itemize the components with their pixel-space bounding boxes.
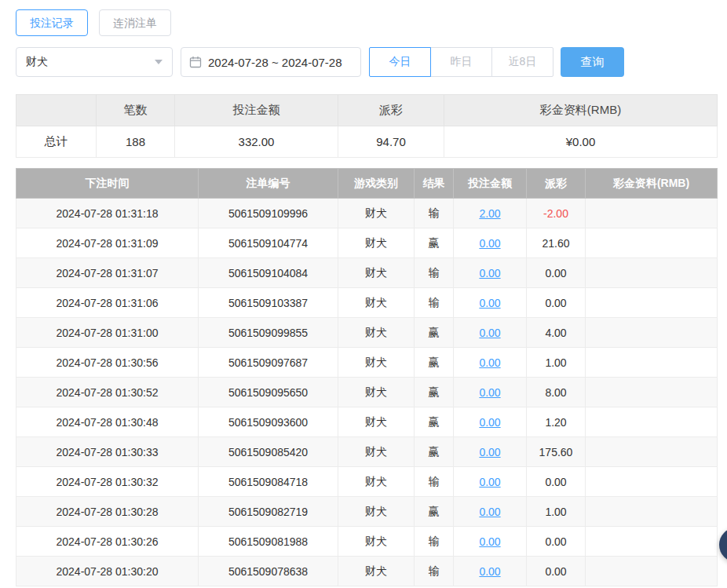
payout-value: 8.00 (545, 386, 566, 399)
bet-amount-cell: 0.00 (454, 228, 527, 258)
bet-amount-cell: 0.00 (454, 318, 527, 348)
table-row: 2024-07-28 01:31:18 5061509109996 财犬 输 2… (16, 199, 718, 228)
game-type-cell: 财犬 (338, 348, 415, 378)
result-cell: 输 (415, 258, 454, 288)
payout-value: 175.60 (539, 446, 573, 458)
payout-cell: 1.00 (527, 348, 586, 378)
bet-time-cell: 2024-07-28 01:30:20 (16, 557, 199, 586)
bet-table-header-row: 下注时间 注单编号 游戏类别 结果 投注金额 派彩 彩金资料(RMB) (16, 169, 718, 199)
yesterday-button[interactable]: 昨日 (430, 47, 492, 77)
bet-time-cell: 2024-07-28 01:30:56 (16, 348, 199, 378)
order-id-cell: 5061509103387 (199, 288, 338, 318)
bonus-cell (586, 288, 718, 318)
table-row: 2024-07-28 01:30:48 5061509093600 财犬 赢 0… (16, 407, 718, 437)
tab-bet-records[interactable]: 投注记录 (16, 9, 88, 36)
bet-time-cell: 2024-07-28 01:31:09 (16, 228, 199, 258)
bet-amount-link[interactable]: 0.00 (479, 386, 500, 399)
bet-amount-cell: 0.00 (454, 348, 527, 378)
header-payout: 派彩 (527, 169, 586, 199)
table-row: 2024-07-28 01:30:52 5061509095650 财犬 赢 0… (16, 378, 718, 407)
game-type-cell: 财犬 (338, 318, 415, 348)
header-game-type: 游戏类别 (338, 169, 415, 199)
bet-amount-link[interactable]: 0.00 (479, 535, 500, 548)
bonus-cell (586, 258, 718, 288)
bet-time-cell: 2024-07-28 01:30:28 (16, 497, 199, 527)
bet-amount-link[interactable]: 0.00 (479, 416, 500, 429)
header-bet-time: 下注时间 (16, 169, 199, 199)
payout-value: 1.20 (545, 416, 566, 429)
payout-value: 4.00 (545, 327, 566, 339)
bet-amount-link[interactable]: 0.00 (479, 356, 500, 369)
result-cell: 赢 (415, 348, 454, 378)
today-button[interactable]: 今日 (369, 47, 431, 77)
payout-cell: 0.00 (527, 527, 586, 557)
date-range-input[interactable]: 2024-07-28 ~ 2024-07-28 (181, 47, 361, 77)
bet-time-cell: 2024-07-28 01:30:48 (16, 407, 199, 437)
game-select[interactable]: 财犬 (16, 47, 173, 77)
result-cell: 赢 (415, 318, 454, 348)
bet-time-cell: 2024-07-28 01:30:32 (16, 467, 199, 497)
result-cell: 输 (415, 288, 454, 318)
summary-total-bet-amount: 332.00 (175, 126, 338, 158)
bet-time-cell: 2024-07-28 01:30:33 (16, 437, 199, 467)
summary-header-empty (16, 95, 97, 126)
bet-records-table: 下注时间 注单编号 游戏类别 结果 投注金额 派彩 彩金资料(RMB) 2024… (16, 168, 718, 586)
bet-amount-link[interactable]: 0.00 (479, 237, 500, 250)
bet-amount-link[interactable]: 2.00 (479, 207, 500, 220)
payout-value: 21.60 (542, 237, 569, 250)
bet-amount-link[interactable]: 0.00 (479, 476, 500, 488)
result-cell: 输 (415, 557, 454, 586)
order-id-cell: 5061509104084 (199, 258, 338, 288)
order-id-cell: 5061509104774 (199, 228, 338, 258)
table-row: 2024-07-28 01:30:56 5061509097687 财犬 赢 0… (16, 348, 718, 378)
last-8-days-button[interactable]: 近8日 (491, 47, 553, 77)
bonus-cell (586, 557, 718, 586)
bet-amount-cell: 0.00 (454, 467, 527, 497)
bet-amount-cell: 0.00 (454, 378, 527, 407)
bonus-cell (586, 348, 718, 378)
search-button[interactable]: 查询 (561, 47, 624, 77)
bet-amount-link[interactable]: 0.00 (479, 565, 500, 578)
payout-cell: 175.60 (527, 437, 586, 467)
payout-cell: 4.00 (527, 318, 586, 348)
tab-cancelled-orders[interactable]: 连消注单 (99, 9, 171, 36)
order-id-cell: 5061509078638 (199, 557, 338, 586)
bet-amount-link[interactable]: 0.00 (479, 297, 500, 309)
table-row: 2024-07-28 01:30:28 5061509082719 财犬 赢 0… (16, 497, 718, 527)
table-row: 2024-07-28 01:30:26 5061509081988 财犬 输 0… (16, 527, 718, 557)
bet-amount-link[interactable]: 0.00 (479, 506, 500, 518)
table-row: 2024-07-28 01:30:32 5061509084718 财犬 输 0… (16, 467, 718, 497)
tab-bar: 投注记录 连消注单 (16, 9, 718, 36)
payout-value: 0.00 (545, 535, 566, 548)
bet-amount-cell: 0.00 (454, 407, 527, 437)
game-type-cell: 财犬 (338, 378, 415, 407)
game-type-cell: 财犬 (338, 467, 415, 497)
bet-time-cell: 2024-07-28 01:31:00 (16, 318, 199, 348)
bonus-cell (586, 199, 718, 228)
order-id-cell: 5061509109996 (199, 199, 338, 228)
order-id-cell: 5061509081988 (199, 527, 338, 557)
summary-header-bet-amount: 投注金额 (175, 95, 338, 126)
result-cell: 输 (415, 467, 454, 497)
game-type-cell: 财犬 (338, 258, 415, 288)
order-id-cell: 5061509097687 (199, 348, 338, 378)
bet-amount-link[interactable]: 0.00 (479, 446, 500, 458)
game-type-cell: 财犬 (338, 527, 415, 557)
summary-table: 笔数 投注金额 派彩 彩金资料(RMB) 总计 188 332.00 94.70… (16, 94, 718, 158)
payout-value: -2.00 (543, 207, 568, 220)
payout-value: 0.00 (545, 565, 566, 578)
summary-total-count: 188 (97, 126, 175, 158)
quick-range-group: 今日 昨日 近8日 (369, 47, 553, 77)
bet-table-body: 2024-07-28 01:31:18 5061509109996 财犬 输 2… (16, 199, 718, 586)
bet-amount-link[interactable]: 0.00 (479, 327, 500, 339)
bonus-cell (586, 378, 718, 407)
table-row: 2024-07-28 01:31:00 5061509099855 财犬 赢 0… (16, 318, 718, 348)
result-cell: 赢 (415, 407, 454, 437)
result-cell: 赢 (415, 437, 454, 467)
bet-amount-link[interactable]: 0.00 (479, 267, 500, 279)
game-type-cell: 财犬 (338, 407, 415, 437)
summary-total-bonus: ¥0.00 (444, 126, 718, 158)
bet-time-cell: 2024-07-28 01:31:18 (16, 199, 199, 228)
result-cell: 输 (415, 199, 454, 228)
order-id-cell: 5061509093600 (199, 407, 338, 437)
